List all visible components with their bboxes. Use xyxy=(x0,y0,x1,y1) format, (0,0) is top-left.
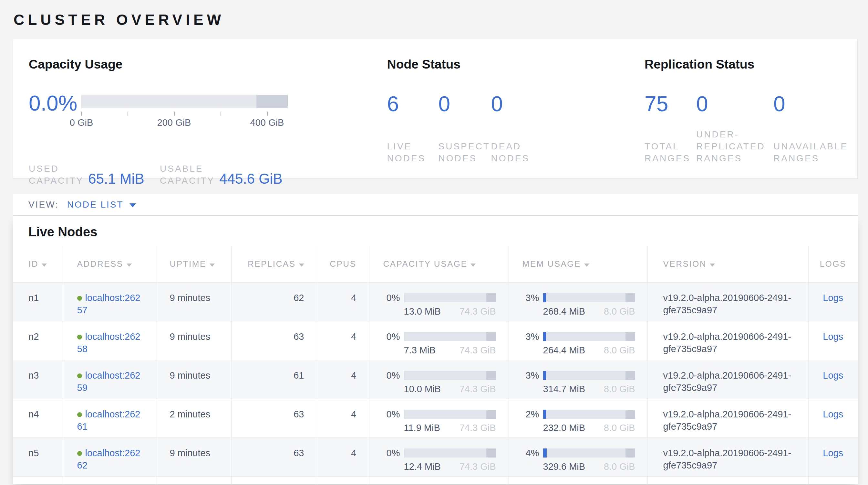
node-address-cell: localhost:26262 xyxy=(64,437,157,476)
axis-label-400gib: 400 GiB xyxy=(250,117,284,128)
replicas-cell: 63 xyxy=(231,399,317,437)
logs-cell: Logs xyxy=(808,437,858,476)
axis-label-0gib: 0 GiB xyxy=(70,117,93,128)
uptime-cell: 9 minutes xyxy=(157,321,231,360)
mem-bar xyxy=(543,410,635,419)
axis-label-200gib: 200 GiB xyxy=(157,117,191,128)
mem-used-value: 232.0 MiB xyxy=(543,422,585,434)
usable-capacity-value: 445.6 GiB xyxy=(219,172,283,186)
used-capacity-stat: USED CAPACITY 65.1 MiB xyxy=(29,163,160,187)
node-address-cell: localhost:26258 xyxy=(64,321,157,360)
node-id-cell: n1 xyxy=(13,282,64,321)
live-nodes-stat: 6 LIVE NODES xyxy=(387,95,438,164)
mem-bar-fill xyxy=(543,410,546,419)
version-text: v19.2.0-alpha.20190606-2491-gfe735c9a97 xyxy=(663,447,805,472)
node-id-cell: n4 xyxy=(13,399,64,437)
total-ranges-stat: 75 TOTAL RANGES xyxy=(645,95,696,164)
capacity-percent: 0% xyxy=(383,408,400,420)
suspect-nodes-stat: 0 SUSPECT NODES xyxy=(438,95,491,164)
capacity-usage-section: Capacity Usage 0.0% 0 GiB xyxy=(29,57,387,178)
mem-percent: 4% xyxy=(523,447,539,459)
cpus-cell: 4 xyxy=(317,321,369,360)
usable-capacity-stat: USABLE CAPACITY 445.6 GiB xyxy=(160,163,283,187)
live-status-dot-icon xyxy=(77,451,82,456)
live-nodes-table: ID ADDRESS UPTIME REPLICAS CPUS CAPACITY… xyxy=(13,246,858,484)
sort-desc-icon xyxy=(42,263,47,267)
cpus-cell: 4 xyxy=(317,360,369,399)
live-status-dot-icon xyxy=(77,335,82,340)
mem-percent: 2% xyxy=(523,408,539,420)
capacity-total-value: 74.3 GiB xyxy=(460,422,496,434)
under-replicated-ranges-value: 0 xyxy=(696,95,773,113)
capacity-usage-cell: 0% 10.0 MiB 74.3 GiB xyxy=(369,360,508,399)
capacity-bar-dark-segment xyxy=(486,332,496,341)
logs-link[interactable]: Logs xyxy=(823,409,843,419)
mem-bar-dark-segment xyxy=(625,332,635,341)
node-address-cell: localhost:26259 xyxy=(64,360,157,399)
mem-usage-cell: 3% 268.4 MiB 8.0 GiB xyxy=(508,282,647,321)
capacity-percent: 0% xyxy=(383,292,400,304)
mem-bar xyxy=(543,449,635,458)
mem-bar xyxy=(543,332,635,341)
logs-link[interactable]: Logs xyxy=(823,448,843,458)
cpus-cell: 4 xyxy=(317,282,369,321)
node-address-link[interactable]: localhost:26257 xyxy=(77,293,141,315)
column-header-id[interactable]: ID xyxy=(13,246,64,282)
capacity-bar-dark-segment xyxy=(486,449,496,458)
logs-link[interactable]: Logs xyxy=(823,370,843,380)
capacity-usage-cell: 0% 12.4 MiB 74.3 GiB xyxy=(369,437,508,476)
capacity-gauge-ticks xyxy=(81,112,288,116)
capacity-usage-cell: 0% 13.0 MiB 74.3 GiB xyxy=(369,282,508,321)
capacity-percent: 0% xyxy=(383,369,400,381)
dead-nodes-stat: 0 DEAD NODES xyxy=(491,95,530,164)
version-cell: v19.2.0-alpha.20190606-2491-gfe735c9a97 xyxy=(647,399,808,437)
capacity-bar-dark-segment xyxy=(486,410,496,419)
node-address-link[interactable]: localhost:26261 xyxy=(77,409,141,432)
node-address-cell: localhost:26261 xyxy=(64,399,157,437)
column-header-version[interactable]: VERSION xyxy=(647,246,808,282)
table-header-row: ID ADDRESS UPTIME REPLICAS CPUS CAPACITY… xyxy=(13,246,858,282)
capacity-total-value: 74.3 GiB xyxy=(460,344,496,356)
version-cell: v19.2.0-alpha.20190606-2491-gfe735c9a97 xyxy=(647,321,808,360)
live-nodes-value: 6 xyxy=(387,95,438,113)
column-header-mem-usage[interactable]: MEM USAGE xyxy=(508,246,647,282)
column-header-replicas[interactable]: REPLICAS xyxy=(231,246,317,282)
column-header-capacity-usage[interactable]: CAPACITY USAGE xyxy=(369,246,508,282)
node-address-link[interactable]: localhost:26259 xyxy=(77,370,141,393)
capacity-used-percent: 0.0% xyxy=(29,95,81,112)
mem-used-value: 329.6 MiB xyxy=(543,460,585,473)
view-label: VIEW: xyxy=(28,199,59,210)
node-address-cell: localhost:26257 xyxy=(64,282,157,321)
cluster-overview-page: CLUSTER OVERVIEW Capacity Usage 0.0% xyxy=(0,0,858,484)
live-status-dot-icon xyxy=(77,296,82,301)
used-capacity-label: USED CAPACITY xyxy=(29,163,84,187)
mem-total-value: 8.0 GiB xyxy=(604,344,635,356)
view-selector-dropdown[interactable]: NODE LIST xyxy=(67,199,136,210)
replicas-cell: 61 xyxy=(231,360,317,399)
capacity-total-value: 74.3 GiB xyxy=(460,305,496,317)
capacity-gauge-dark-segment xyxy=(256,95,288,108)
node-address-link[interactable]: localhost:26262 xyxy=(77,448,141,470)
replication-status-title: Replication Status xyxy=(645,57,857,72)
sort-desc-icon xyxy=(210,263,215,267)
column-header-cpus[interactable]: CPUS xyxy=(317,246,369,282)
logs-link[interactable]: Logs xyxy=(823,332,843,342)
logs-link[interactable]: Logs xyxy=(823,293,843,303)
mem-bar-fill xyxy=(543,332,546,341)
node-address-link[interactable]: localhost:26258 xyxy=(77,332,141,354)
table-row-partial xyxy=(13,476,858,484)
under-replicated-ranges-label: UNDER- REPLICATED RANGES xyxy=(696,129,773,164)
uptime-cell: 9 minutes xyxy=(157,437,231,476)
version-cell: v19.2.0-alpha.20190606-2491-gfe735c9a97 xyxy=(647,437,808,476)
column-header-uptime[interactable]: UPTIME xyxy=(157,246,231,282)
mem-bar xyxy=(543,371,635,380)
mem-bar-fill xyxy=(543,449,547,458)
version-text: v19.2.0-alpha.20190606-2491-gfe735c9a97 xyxy=(663,408,805,433)
logs-cell: Logs xyxy=(808,399,858,437)
uptime-cell: 9 minutes xyxy=(157,360,231,399)
version-text: v19.2.0-alpha.20190606-2491-gfe735c9a97 xyxy=(663,331,805,355)
live-status-dot-icon xyxy=(77,373,82,378)
column-header-address[interactable]: ADDRESS xyxy=(64,246,157,282)
capacity-usage-title: Capacity Usage xyxy=(29,57,387,72)
capacity-bar xyxy=(404,332,496,341)
